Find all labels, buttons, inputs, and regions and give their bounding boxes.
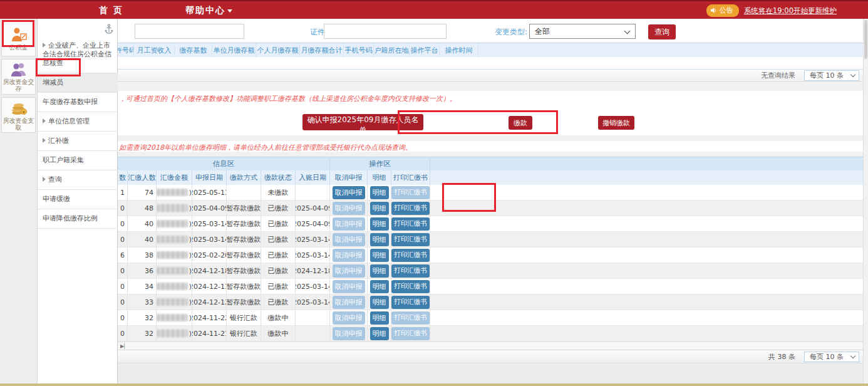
table-row: 174)2025-05-13未缴款取消申报明细打印汇缴书 xyxy=(118,185,863,201)
employee-table-footer: 无查询结果 每页 10 条 xyxy=(118,69,863,82)
menu-item[interactable]: 申请缓缴 xyxy=(38,190,118,209)
print-remittance-button[interactable]: 打印汇缴书 xyxy=(391,202,430,215)
table-cell xyxy=(296,310,330,325)
table-cell: 38 xyxy=(128,248,157,263)
chevron-down-icon xyxy=(850,72,855,77)
table-cell: 2025-03-14 xyxy=(296,295,330,310)
cancel-declare-button: 取消申报 xyxy=(333,249,365,262)
detail-button[interactable]: 明细 xyxy=(370,202,389,215)
table-row: 032)2024-11-21银行汇款缴款中取消申报明细打印汇缴书 xyxy=(118,326,863,342)
column-header: 缴款状态 xyxy=(261,170,296,185)
menu-item[interactable]: 单位信息管理 xyxy=(38,112,118,132)
table-cell: 取消申报 xyxy=(330,263,368,278)
menu-item[interactable]: 企业破产、企业上市合法合规住房公积金信息核查 xyxy=(38,36,118,73)
pay-button[interactable]: 缴款 xyxy=(509,116,532,130)
column-header: 汇缴人数 xyxy=(128,170,157,185)
table-cell: 打印汇缴书 xyxy=(391,295,430,310)
query-button[interactable]: 查询 xyxy=(648,24,676,39)
top-navbar: 首 页 帮助中心 公告 系统将在19:00开始更新维护 xyxy=(0,0,868,19)
table-cell: 6 xyxy=(118,248,128,263)
table-cell: 取消申报 xyxy=(330,248,368,263)
detail-button[interactable]: 明细 xyxy=(370,264,389,278)
table-cell: 34 xyxy=(128,279,157,294)
search-input[interactable] xyxy=(135,24,244,39)
table-cell: 取消申报 xyxy=(330,295,368,310)
change-type-select[interactable]: 全部 xyxy=(529,24,636,39)
detail-button[interactable]: 明细 xyxy=(370,296,389,309)
menu-item[interactable]: 查询 xyxy=(38,170,118,190)
print-remittance-button: 打印汇缴书 xyxy=(391,311,430,325)
table-cell: 32 xyxy=(128,310,157,325)
table-row: 032)2024-11-22银行汇款缴款中取消申报明细打印汇缴书 xyxy=(118,310,863,326)
table-cell: ) xyxy=(157,326,192,341)
menu-item[interactable]: 申请降低缴存比例 xyxy=(38,209,118,229)
table-row: 048)2025-04-09暂存款缴款已缴款2025-04-09取消申报明细打印… xyxy=(118,201,863,216)
page-size-select[interactable]: 每页 10 条 xyxy=(804,70,859,81)
detail-button[interactable]: 明细 xyxy=(370,311,389,325)
app-window: 首 页 帮助中心 公告 系统将在19:00开始更新维护 公积金 xyxy=(0,0,868,386)
history-query-notice: 如需查询2018年以前单位缴存明细，请单位经办人前往任意管理部或受托银行代办点现… xyxy=(119,143,412,152)
menu-item-label: 查询 xyxy=(48,175,62,184)
column-header: 月缴存额合计 xyxy=(300,43,344,57)
nav-home[interactable]: 首 页 xyxy=(99,5,123,16)
print-remittance-button[interactable]: 打印汇缴书 xyxy=(391,264,430,278)
table-cell: ) xyxy=(157,201,192,216)
group-header-info: 信息区 xyxy=(118,157,330,170)
print-remittance-button[interactable]: 打印汇缴书 xyxy=(391,217,430,231)
sidebar-item-fanggai-zhiqu[interactable]: ¥ 房改资金支取 xyxy=(1,97,36,133)
page-size-value: 每页 10 条 xyxy=(810,71,844,80)
cert-number-input[interactable] xyxy=(324,24,447,39)
detail-button[interactable]: 明细 xyxy=(370,327,389,340)
page-size-select[interactable]: 每页 10 条 xyxy=(804,352,859,362)
detail-button[interactable]: 明细 xyxy=(370,249,389,262)
sidebar-item-gongjijin[interactable]: 公积金 xyxy=(1,21,36,56)
maintenance-notice-link[interactable]: 系统将在19:00开始更新维护 xyxy=(744,6,837,16)
scroll-end-icon[interactable]: ▶| xyxy=(120,343,125,349)
menu-item[interactable]: 增减员 xyxy=(38,73,118,93)
redacted-amount xyxy=(157,330,188,337)
nav-help-center[interactable]: 帮助中心 xyxy=(185,5,232,16)
revoke-pay-button[interactable]: 撤销缴款 xyxy=(598,116,634,130)
print-remittance-button: 打印汇缴书 xyxy=(391,327,430,340)
table-cell: 36 xyxy=(128,263,157,278)
table-cell-filler xyxy=(430,201,863,216)
column-header: 打印汇缴书 xyxy=(391,170,430,185)
vertical-scrollbar[interactable] xyxy=(863,19,868,386)
print-remittance-button[interactable]: 打印汇缴书 xyxy=(391,296,430,309)
arrow-right-icon xyxy=(43,177,46,182)
table-cell: 已缴款 xyxy=(261,295,296,310)
scrollbar-thumb[interactable] xyxy=(864,20,867,59)
cancel-declare-button: 取消申报 xyxy=(333,327,365,340)
horizontal-scrollbar[interactable]: ▶| xyxy=(118,342,863,350)
confirm-declare-button[interactable]: 确认申报2025年09月缴存人员名单 xyxy=(302,114,423,130)
menu-item[interactable]: 年度缴存基数申报 xyxy=(38,93,118,112)
table-cell: 48 xyxy=(128,201,157,216)
print-remittance-button[interactable]: 打印汇缴书 xyxy=(391,233,430,246)
detail-button[interactable]: 明细 xyxy=(370,217,389,231)
table-cell: 2025-02-20 xyxy=(192,248,227,263)
cancel-declare-button[interactable]: 取消申报 xyxy=(333,186,365,199)
table-cell: 明细 xyxy=(368,279,391,294)
column-header: 操作平台 xyxy=(410,43,440,57)
remittance-table-pager: 共 38 条 每页 10 条 xyxy=(118,350,863,363)
table-cell: 40 xyxy=(128,232,157,247)
table-cell: 已缴款 xyxy=(261,279,296,294)
table-cell: 74 xyxy=(128,185,157,200)
print-remittance-button[interactable]: 打印汇缴书 xyxy=(391,249,430,262)
table-cell: 2024-12-12 xyxy=(192,295,227,310)
menu-item[interactable]: 汇补缴 xyxy=(38,132,118,151)
sidebar-item-fanggai-jiaocun[interactable]: 房改资金交存 xyxy=(1,59,36,95)
print-remittance-button[interactable]: 打印汇缴书 xyxy=(391,280,430,293)
detail-button[interactable]: 明细 xyxy=(370,280,389,293)
menu-panel: 企业破产、企业上市合法合规住房公积金信息核查增减员年度缴存基数申报单位信息管理汇… xyxy=(38,19,118,386)
anchor-icon[interactable] xyxy=(105,24,113,36)
detail-button[interactable]: 明细 xyxy=(370,233,389,246)
table-cell: 已缴款 xyxy=(261,248,296,263)
remittance-table-group-header: 信息区 操作区 xyxy=(118,157,863,170)
menu-item[interactable]: 职工户籍采集 xyxy=(38,151,118,170)
table-cell: 0 xyxy=(118,326,128,341)
table-cell: 暂存款缴款 xyxy=(227,248,261,263)
table-cell-filler xyxy=(430,263,863,278)
detail-button[interactable]: 明细 xyxy=(370,186,389,199)
sidebar-item-label: 房改资金交存 xyxy=(2,78,35,92)
